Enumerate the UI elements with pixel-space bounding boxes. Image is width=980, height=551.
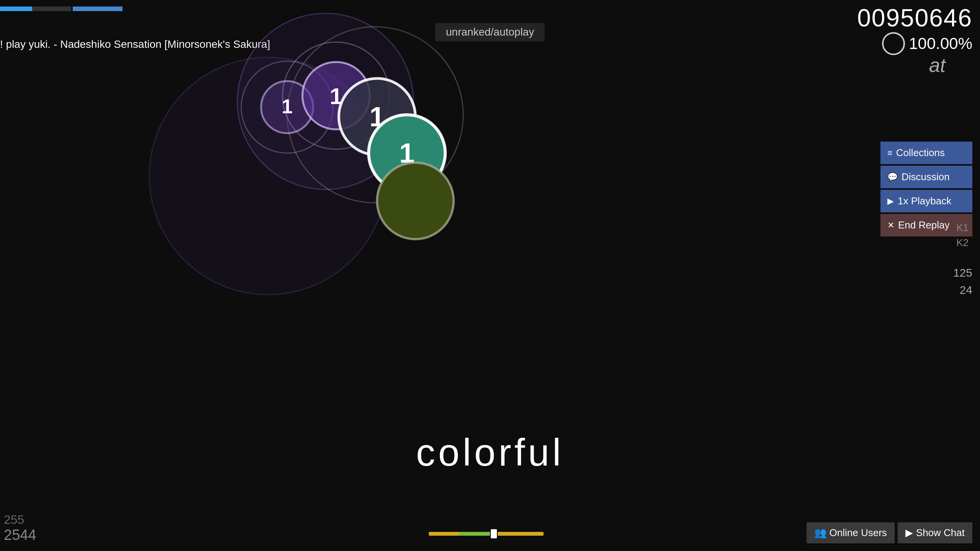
progress-bar-green <box>459 532 490 536</box>
accuracy-area: 100.00% <box>857 32 972 55</box>
collections-button[interactable]: ≡ Collections <box>880 142 972 164</box>
online-users-icon: 👥 <box>814 527 826 539</box>
show-chat-button[interactable]: ▶ Show Chat <box>898 522 972 543</box>
lyrics-text: colorful <box>416 430 564 474</box>
health-bar-bg <box>0 7 71 11</box>
key-indicators: K1 K2 <box>956 222 969 249</box>
collections-icon: ≡ <box>887 148 892 158</box>
health-bar-fill <box>0 7 32 11</box>
at-text: at <box>929 54 946 77</box>
progress-bar-right <box>498 532 544 536</box>
score-area: 00950646 100.00% <box>857 4 972 55</box>
playback-button[interactable]: ▶ 1x Playback <box>880 190 972 212</box>
progress-marker <box>491 529 497 538</box>
k2-label: K2 <box>956 237 969 249</box>
stat-125: 125 <box>953 264 972 281</box>
health-bar-second <box>73 7 122 11</box>
song-info: ! play yuki. - Nadeshiko Sensation [Mino… <box>0 38 270 51</box>
bottom-left-nums: 255 2544 <box>4 513 36 543</box>
show-chat-icon: ▶ <box>905 527 913 539</box>
discussion-icon: 💬 <box>887 172 898 182</box>
bottom-right-buttons: 👥 Online Users ▶ Show Chat <box>807 522 972 543</box>
bottom-num-2: 2544 <box>4 527 36 543</box>
end-replay-icon: ✕ <box>887 220 894 230</box>
playback-icon: ▶ <box>887 196 894 206</box>
progress-bar-left <box>429 532 459 536</box>
unranked-badge: unranked/autoplay <box>435 23 545 41</box>
k2-row: K2 <box>956 237 969 249</box>
online-users-button[interactable]: 👥 Online Users <box>807 522 895 543</box>
health-bar <box>0 6 122 12</box>
right-stats: 125 24 <box>953 264 972 298</box>
k1-row: K1 <box>956 222 969 234</box>
discussion-button[interactable]: 💬 Discussion <box>880 166 972 188</box>
bottom-num-1: 255 <box>4 513 36 527</box>
progress-bar <box>429 532 551 536</box>
score-value: 00950646 <box>857 4 972 32</box>
k1-label: K1 <box>956 222 969 234</box>
accuracy-circle-icon <box>882 32 905 55</box>
stat-24: 24 <box>953 281 972 298</box>
accuracy-value: 100.00% <box>909 34 972 53</box>
